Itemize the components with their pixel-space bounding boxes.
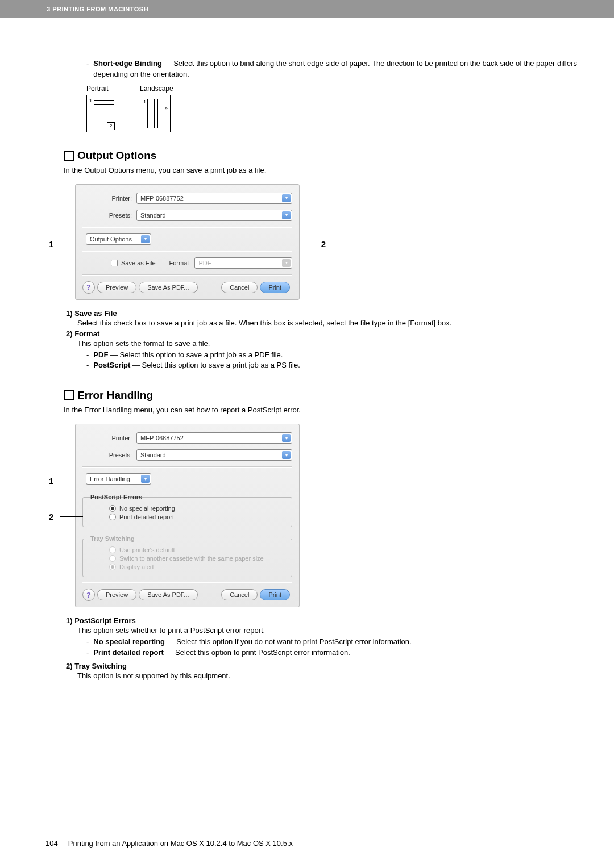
output-heading-text: Output Options xyxy=(77,149,156,162)
output-dialog-wrap: 1 2 Printer: MFP-06887752▾ Presets: Stan… xyxy=(64,184,580,300)
panel-value: Output Options xyxy=(90,236,132,243)
switch-cassette-label: Switch to another cassette with the same… xyxy=(119,555,264,562)
landscape-label: Landscape xyxy=(140,85,173,93)
eh-printer-value: MFP-06887752 xyxy=(140,435,184,441)
no-special-option: No special reporting — Select this optio… xyxy=(64,637,580,648)
format-value: PDF xyxy=(198,260,211,266)
ps-errors-body: This option sets whether to print a Post… xyxy=(64,626,580,635)
error-intro: In the Error Handling menu, you can set … xyxy=(64,405,580,416)
save-as-file-head: 1) Save as File xyxy=(64,309,580,318)
chevron-down-icon: ▾ xyxy=(282,259,291,267)
eh-printer-label: Printer: xyxy=(82,435,136,441)
cancel-button[interactable]: Cancel xyxy=(221,282,258,293)
callout-1: 1 xyxy=(49,239,60,249)
eh-print-button[interactable]: Print xyxy=(260,589,290,600)
pdf-label: PDF xyxy=(93,350,108,359)
footer-title: Printing from an Application on Mac OS X… xyxy=(68,839,293,848)
binding-illustrations: Portrait 2 Landscape 2 xyxy=(64,85,580,132)
radio-icon xyxy=(109,546,116,553)
output-options-dialog: Printer: MFP-06887752▾ Presets: Standard… xyxy=(75,184,300,300)
format-head: 2) Format xyxy=(64,329,580,338)
printer-value: MFP-06887752 xyxy=(140,195,184,202)
landscape-block: Landscape 2 xyxy=(140,85,173,132)
eh-presets-value: Standard xyxy=(140,452,166,458)
error-dialog-wrap: 1 2 Printer: MFP-06887752▾ Presets: Stan… xyxy=(64,424,580,607)
format-label: Format xyxy=(169,260,189,266)
ps-label: PostScript xyxy=(93,361,130,369)
short-edge-desc: — Select this option to bind along the s… xyxy=(93,59,577,78)
pdf-option: PDF — Select this option to save a print… xyxy=(64,350,580,361)
callout-eh-2: 2 xyxy=(49,512,60,521)
rule xyxy=(64,48,580,48)
print-button[interactable]: Print xyxy=(260,282,290,293)
eh-panel-value: Error Handling xyxy=(90,475,130,482)
radio-icon xyxy=(109,555,116,562)
tray-switching-head: 2) Tray Switching xyxy=(64,662,580,670)
presets-select[interactable]: Standard▾ xyxy=(136,210,292,221)
eh-presets-label: Presets: xyxy=(82,452,136,458)
print-detailed-row[interactable]: Print detailed report xyxy=(109,514,286,520)
pd-desc: — Select this option to print PostScript… xyxy=(164,648,350,657)
eh-help-button[interactable]: ? xyxy=(82,589,95,601)
format-select[interactable]: PDF▾ xyxy=(194,257,292,269)
radio-icon xyxy=(109,514,116,520)
no-special-reporting-row[interactable]: No special reporting xyxy=(109,505,286,512)
postscript-option: PostScript — Select this option to save … xyxy=(64,360,580,371)
preview-button[interactable]: Preview xyxy=(97,282,136,293)
portrait-block: Portrait 2 xyxy=(86,85,117,132)
radio-icon xyxy=(109,505,116,512)
save-as-file-body: Select this check box to save a print jo… xyxy=(64,319,580,327)
print-detailed-option: Print detailed report — Select this opti… xyxy=(64,648,580,658)
landscape-icon: 2 xyxy=(140,95,171,132)
display-alert-label: Display alert xyxy=(119,564,154,570)
pd-label: Print detailed report xyxy=(93,648,164,657)
eh-presets-select[interactable]: Standard▾ xyxy=(136,449,292,461)
output-intro: In the Output Options menu, you can save… xyxy=(64,165,580,176)
tray-switching-fieldset: Use printer's default Switch to another … xyxy=(82,539,292,577)
use-default-row: Use printer's default xyxy=(109,546,286,553)
printer-select[interactable]: MFP-06887752▾ xyxy=(136,193,292,204)
save-as-file-checkbox[interactable] xyxy=(111,260,118,266)
tray-switching-group: Tray Switching xyxy=(88,535,292,542)
error-handling-dialog: Printer: MFP-06887752▾ Presets: Standard… xyxy=(75,424,300,607)
use-default-label: Use printer's default xyxy=(119,546,175,553)
printer-label: Printer: xyxy=(82,195,136,202)
no-special-reporting-label: No special reporting xyxy=(119,505,175,512)
error-heading-text: Error Handling xyxy=(77,389,153,402)
chevron-down-icon: ▾ xyxy=(282,211,291,219)
tray-switching-body: This option is not supported by this equ… xyxy=(64,671,580,680)
chevron-down-icon: ▾ xyxy=(282,434,291,442)
output-options-heading: Output Options xyxy=(64,149,580,162)
eh-cancel-button[interactable]: Cancel xyxy=(221,589,258,600)
presets-value: Standard xyxy=(140,212,166,219)
ps-desc: — Select this option to save a print job… xyxy=(130,361,300,369)
format-body: This option sets the format to save a fi… xyxy=(64,339,580,348)
display-alert-row: Display alert xyxy=(109,564,286,570)
eh-save-pdf-button[interactable]: Save As PDF... xyxy=(139,589,197,600)
postscript-errors-fieldset: No special reporting Print detailed repo… xyxy=(82,497,292,527)
postscript-errors-group: PostScript Errors xyxy=(88,494,292,500)
ns-desc: — Select this option if you do not want … xyxy=(165,637,412,646)
portrait-icon: 2 xyxy=(86,95,117,132)
callout-eh-1: 1 xyxy=(49,476,60,486)
eh-printer-select[interactable]: MFP-06887752▾ xyxy=(136,432,292,444)
radio-icon xyxy=(109,564,116,570)
eh-panel-select[interactable]: Error Handling▾ xyxy=(86,473,151,485)
callout-2: 2 xyxy=(314,239,326,249)
chevron-down-icon: ▾ xyxy=(282,451,291,459)
chapter-text: 3 PRINTING FROM MACINTOSH xyxy=(47,6,148,12)
chapter-header: 3 PRINTING FROM MACINTOSH xyxy=(0,0,614,18)
short-edge-title: Short-edge Binding xyxy=(93,59,162,68)
help-button[interactable]: ? xyxy=(82,281,95,294)
chevron-down-icon: ▾ xyxy=(282,194,291,202)
ps-errors-head: 1) PostScript Errors xyxy=(64,616,580,625)
chevron-down-icon: ▾ xyxy=(141,235,150,243)
presets-label: Presets: xyxy=(82,212,136,219)
print-detailed-label: Print detailed report xyxy=(119,514,174,520)
portrait-label: Portrait xyxy=(86,85,117,93)
save-as-file-label: Save as File xyxy=(121,260,156,266)
eh-preview-button[interactable]: Preview xyxy=(97,589,136,600)
switch-cassette-row: Switch to another cassette with the same… xyxy=(109,555,286,562)
save-as-pdf-button[interactable]: Save As PDF... xyxy=(139,282,197,293)
panel-select[interactable]: Output Options▾ xyxy=(86,233,151,245)
